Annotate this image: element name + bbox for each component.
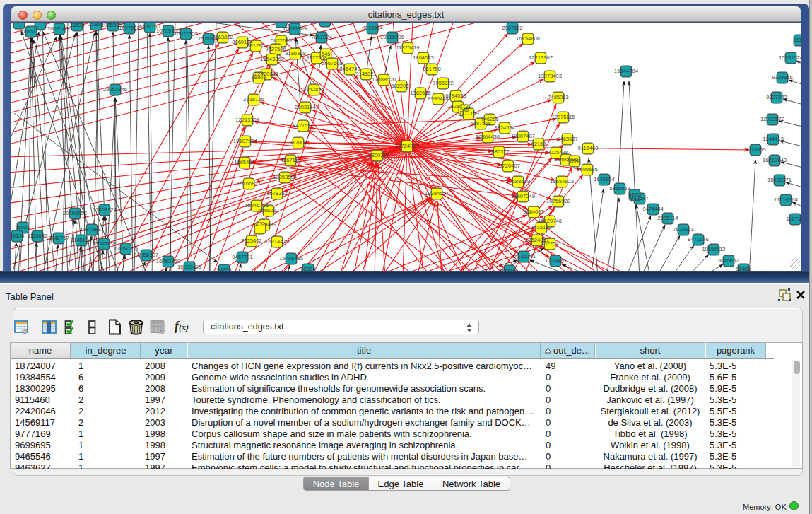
svg-text:8427552: 8427552: [293, 122, 314, 129]
svg-text:116753: 116753: [787, 216, 801, 222]
svg-text:7832621: 7832621: [673, 226, 694, 233]
svg-text:8186328: 8186328: [285, 50, 306, 57]
svg-text:19166827: 19166827: [237, 180, 261, 187]
svg-text:12505135: 12505135: [92, 240, 116, 247]
svg-text:20364436: 20364436: [476, 134, 500, 140]
svg-text:1864093: 1864093: [413, 54, 434, 61]
svg-text:5958923: 5958923: [609, 185, 630, 192]
svg-text:17957255: 17957255: [114, 245, 138, 252]
svg-text:18724007: 18724007: [395, 143, 419, 149]
svg-text:7886372: 7886372: [488, 148, 510, 155]
svg-text:9245652: 9245652: [718, 257, 739, 264]
svg-text:6876: 6876: [629, 192, 641, 198]
svg-text:15751074: 15751074: [779, 54, 801, 61]
svg-text:18907249: 18907249: [511, 193, 535, 199]
svg-text:16154808: 16154808: [516, 35, 540, 42]
svg-text:2087682: 2087682: [502, 25, 523, 31]
svg-text:10688609: 10688609: [506, 178, 530, 185]
svg-text:917004: 917004: [289, 139, 307, 146]
svg-text:746266: 746266: [481, 116, 498, 122]
svg-text:7955822: 7955822: [433, 80, 454, 86]
svg-text:7663822: 7663822: [212, 34, 233, 40]
svg-text:2935114: 2935114: [658, 215, 678, 221]
svg-text:9457791: 9457791: [232, 254, 253, 260]
svg-text:29053346: 29053346: [103, 86, 127, 93]
svg-text:14099489: 14099489: [252, 221, 276, 228]
svg-text:12213967: 12213967: [529, 54, 553, 61]
svg-text:17359924: 17359924: [93, 206, 117, 213]
svg-text:1733426: 1733426: [545, 257, 566, 264]
svg-text:1117: 1117: [794, 37, 801, 43]
svg-text:1527602: 1527602: [119, 25, 140, 31]
svg-text:546: 546: [322, 51, 331, 57]
svg-text:804: 804: [570, 158, 579, 164]
svg-text:5822037: 5822037: [391, 83, 412, 89]
svg-text:9699695: 9699695: [577, 166, 598, 173]
svg-text:20206553: 20206553: [63, 210, 87, 216]
svg-text:16782759: 16782759: [156, 258, 180, 264]
svg-text:10973493: 10973493: [538, 73, 562, 79]
svg-text:9242845: 9242845: [303, 86, 324, 93]
svg-text:10756928: 10756928: [546, 198, 570, 204]
svg-text:12213369: 12213369: [235, 117, 259, 123]
svg-text:1244413: 1244413: [763, 136, 784, 142]
svg-text:8215955: 8215955: [745, 146, 766, 153]
svg-text:16033809: 16033809: [283, 25, 307, 32]
svg-text:98965: 98965: [251, 74, 266, 81]
svg-text:1640954: 1640954: [594, 176, 615, 182]
svg-text:8834: 8834: [319, 23, 331, 24]
svg-text:10107554: 10107554: [233, 138, 257, 144]
svg-text:5578352: 5578352: [266, 190, 288, 197]
svg-text:19654923: 19654923: [550, 178, 574, 185]
svg-text:8813054: 8813054: [362, 25, 383, 31]
svg-text:9227342: 9227342: [766, 94, 787, 100]
svg-text:10975887: 10975887: [80, 226, 104, 233]
svg-text:16914479: 16914479: [265, 238, 289, 245]
svg-text:7625402: 7625402: [241, 238, 262, 244]
svg-text:16671355: 16671355: [174, 30, 198, 37]
svg-text:19218506: 19218506: [380, 34, 404, 40]
svg-text:17588520: 17588520: [372, 76, 396, 83]
svg-text:7857224: 7857224: [311, 34, 332, 40]
svg-text:961758: 961758: [423, 66, 440, 72]
svg-text:4055712: 4055712: [20, 28, 42, 35]
svg-text:16543362: 16543362: [260, 56, 284, 62]
svg-text:10923406: 10923406: [177, 264, 201, 270]
svg-text:2942757: 2942757: [48, 235, 69, 241]
svg-text:9115460: 9115460: [578, 145, 599, 151]
svg-text:20691406: 20691406: [47, 25, 71, 32]
svg-text:10025438: 10025438: [544, 149, 568, 156]
svg-text:52024: 52024: [300, 266, 315, 271]
svg-text:1115682: 1115682: [28, 233, 47, 239]
svg-text:9329966: 9329966: [772, 74, 793, 81]
svg-text:9684067: 9684067: [523, 209, 544, 215]
svg-text:252254: 252254: [541, 240, 558, 247]
svg-text:14136141: 14136141: [512, 253, 536, 259]
svg-text:2718126: 2718126: [243, 96, 264, 103]
svg-text:4267110: 4267110: [281, 157, 301, 163]
svg-text:1065494: 1065494: [234, 159, 255, 165]
svg-text:9463627: 9463627: [557, 136, 578, 142]
svg-text:12093572: 12093572: [760, 116, 784, 122]
svg-text:16210643: 16210643: [763, 157, 787, 163]
svg-text:10807487: 10807487: [511, 133, 535, 139]
svg-text:92450: 92450: [736, 266, 751, 271]
svg-text:2803144: 2803144: [295, 104, 316, 110]
svg-text:12975115: 12975115: [551, 114, 575, 120]
svg-text:9827506: 9827506: [265, 46, 286, 52]
svg-text:11325419: 11325419: [396, 45, 419, 51]
svg-text:5822605: 5822605: [271, 37, 292, 44]
svg-text:3824554: 3824554: [494, 124, 515, 131]
svg-text:12353504: 12353504: [273, 174, 297, 180]
svg-text:16644784: 16644784: [614, 68, 638, 74]
svg-text:18300295: 18300295: [365, 152, 389, 158]
svg-text:15716485: 15716485: [279, 255, 303, 262]
svg-text:9777169: 9777169: [458, 110, 479, 117]
svg-text:8471676: 8471676: [688, 236, 709, 243]
svg-text:6794028: 6794028: [445, 93, 466, 99]
svg-text:7485063: 7485063: [548, 94, 569, 100]
svg-text:16120746: 16120746: [538, 218, 562, 224]
svg-text:17016504: 17016504: [774, 197, 798, 203]
svg-text:5498222: 5498222: [258, 207, 279, 214]
svg-text:39154: 39154: [11, 233, 25, 239]
